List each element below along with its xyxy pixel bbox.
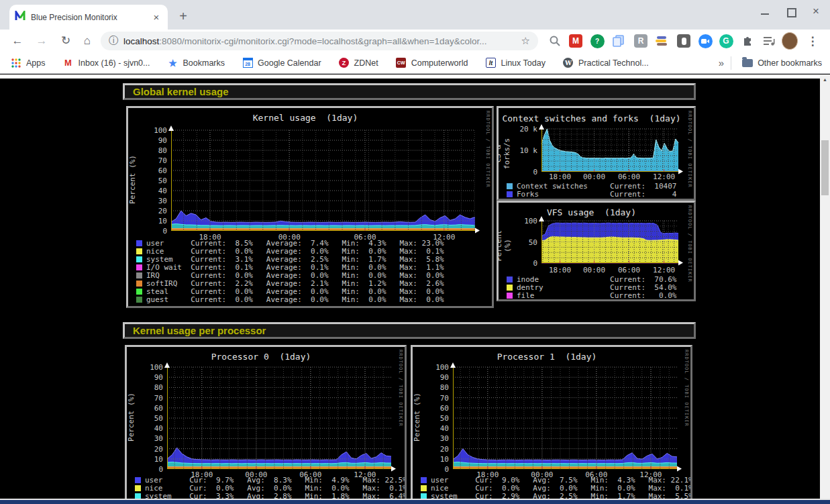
legend-swatch [507, 293, 513, 299]
home-icon[interactable]: ⌂ [78, 32, 97, 50]
bookmark-google-calendar[interactable]: 28 Google Calendar [238, 55, 325, 71]
scrollbar-thumb[interactable] [821, 140, 829, 195]
legend-swatch [136, 256, 142, 262]
section-title-kernel-usage-per-processor: Kernel usage per processor [123, 322, 696, 339]
y-axis-tick: 100 [127, 363, 163, 372]
y-axis-tick: 40 [128, 187, 167, 195]
legend-swatch [507, 285, 513, 291]
y-axis-tick: 20 [128, 207, 167, 215]
legend-text: Forks Current: 4 [517, 190, 676, 199]
bookmark-inbox[interactable]: M Inbox (16) - sjvn0... [59, 55, 154, 71]
legend-swatch [135, 485, 141, 491]
graph-title: Processor 1 (1day) [413, 352, 681, 362]
bookmark-bookmarks[interactable]: ★ Bookmarks [164, 55, 229, 71]
close-window-icon[interactable]: × [811, 7, 821, 16]
other-bookmarks-button[interactable]: Other bookmarks [738, 55, 826, 71]
lamp-extension-icon[interactable] [676, 33, 692, 49]
y-axis-tick: 30 [127, 434, 163, 443]
legend-swatch [136, 264, 142, 270]
y-axis-tick: 70 [413, 394, 449, 403]
books-extension-icon[interactable] [654, 33, 670, 49]
kernel-usage-graph[interactable]: Kernel usage (1day)Percent (%)RRDTOOL / … [126, 106, 494, 308]
url-host: localhost [123, 36, 159, 46]
processor-1-graph[interactable]: Processor 1 (1day)Percent (%)RRDTOOL / T… [411, 345, 692, 504]
new-tab-button[interactable]: + [174, 8, 192, 26]
tab-close-icon[interactable]: × [150, 11, 162, 23]
gmail-extension-icon[interactable]: M [568, 33, 584, 49]
url-bar[interactable]: ⓘ localhost:8080/monitorix-cgi/monitorix… [101, 32, 538, 50]
processor-0-graph[interactable]: Processor 0 (1day)Percent (%)RRDTOOL / T… [125, 345, 407, 504]
y-axis-tick: 20 k [499, 125, 537, 134]
extensions-puzzle-icon[interactable] [739, 33, 756, 49]
bookmark-label: Linux Today [501, 58, 546, 68]
rrdtool-watermark: RRDTOOL / TOBI OETIKER [687, 205, 692, 283]
y-axis-tick: 90 [128, 136, 167, 145]
scroll-up-icon[interactable]: ▲ [820, 74, 830, 85]
bookmark-star-icon[interactable]: ☆ [521, 35, 530, 47]
bookmark-label: Practical Technol... [578, 58, 649, 68]
bookmark-practical-technology[interactable]: W Practical Technol... [559, 55, 653, 71]
zoom-extension-icon[interactable] [697, 33, 713, 49]
avatar[interactable] [782, 33, 798, 49]
back-icon[interactable]: ← [8, 32, 27, 50]
minimize-icon[interactable] [760, 7, 770, 16]
playlist-extension-icon[interactable] [761, 33, 777, 49]
browser-tab[interactable]: Blue Precision Monitorix × [9, 5, 168, 30]
x-axis-tick: 06:00 [615, 266, 644, 274]
legend-text: file Current: 0.0% [517, 291, 676, 300]
graph-plot [541, 129, 678, 172]
legend-swatch [136, 240, 142, 246]
menu-icon[interactable]: ⋮ [805, 33, 821, 49]
linux-today-icon: lt [485, 58, 496, 68]
forward-icon[interactable]: → [32, 32, 51, 50]
legend-swatch [136, 289, 142, 295]
y-axis-tick: 100 [499, 217, 537, 225]
bookmark-zdnet[interactable]: Z ZDNet [335, 55, 382, 71]
x-axis-tick: 18:00 [546, 266, 575, 274]
computerworld-icon: CW [396, 58, 407, 68]
maximize-icon[interactable] [786, 7, 795, 16]
context-switches-graph[interactable]: Context switches and forks (1day)CS & fo… [497, 106, 696, 201]
y-axis-tick: 0 [413, 465, 449, 474]
legend-swatch [135, 477, 141, 483]
legend-swatch [507, 276, 513, 283]
x-axis-tick: 06:00 [615, 172, 644, 181]
bookmark-label: Bookmarks [183, 58, 225, 68]
scrollbar[interactable]: ▲ [820, 74, 830, 504]
x-axis-tick: 12:00 [650, 266, 679, 274]
grammarly-extension-icon[interactable]: G [718, 33, 734, 49]
y-axis-tick: 60 [127, 404, 163, 413]
y-axis-tick: 90 [127, 373, 163, 382]
y-axis-tick: 10 [413, 455, 449, 464]
legend-swatch [421, 485, 427, 491]
google-voice-extension-icon[interactable]: ? [589, 33, 605, 49]
bookmark-apps[interactable]: Apps [7, 55, 50, 71]
y-axis-tick: 50 [128, 177, 167, 185]
zdnet-icon: Z [339, 58, 350, 68]
bookmarks-bar: Apps M Inbox (16) - sjvn0... ★ Bookmarks… [0, 52, 830, 74]
bookmarks-overflow-icon[interactable]: » [719, 57, 724, 68]
reload-icon[interactable]: ↻ [56, 32, 75, 50]
graph-plot [167, 367, 391, 469]
url-text[interactable]: localhost:8080/monitorix-cgi/monitorix.c… [123, 36, 516, 46]
tab-title: Blue Precision Monitorix [31, 13, 150, 22]
search-extension-icon[interactable] [547, 33, 563, 49]
graph-title: Kernel usage (1day) [128, 113, 482, 123]
rrdtool-watermark: RRDTOOL / TOBI OETIKER [398, 350, 403, 427]
y-axis-tick: 50 [127, 414, 163, 423]
window-titlebar: Blue Precision Monitorix × + × [0, 0, 830, 30]
y-axis-tick: 0 [499, 259, 537, 268]
graph-plot [541, 221, 678, 263]
rrdtool-watermark: RRDTOOL / TOBI OETIKER [485, 111, 490, 188]
calendar-icon: 28 [242, 58, 253, 68]
x-axis-tick: 00:00 [580, 266, 609, 274]
y-axis-tick: 70 [127, 394, 163, 403]
vfs-usage-graph[interactable]: VFS usage (1day)Percent (%)RRDTOOL / TOB… [497, 201, 696, 301]
bookmark-computerworld[interactable]: CW Computerworld [392, 55, 472, 71]
y-axis-tick: 90 [413, 373, 449, 382]
copy-pages-extension-icon[interactable] [611, 33, 627, 49]
y-axis-tick: 60 [128, 166, 167, 175]
bookmark-linux-today[interactable]: lt Linux Today [481, 55, 550, 71]
reader-extension-icon[interactable]: R [633, 33, 649, 49]
site-info-icon[interactable]: ⓘ [109, 35, 118, 47]
